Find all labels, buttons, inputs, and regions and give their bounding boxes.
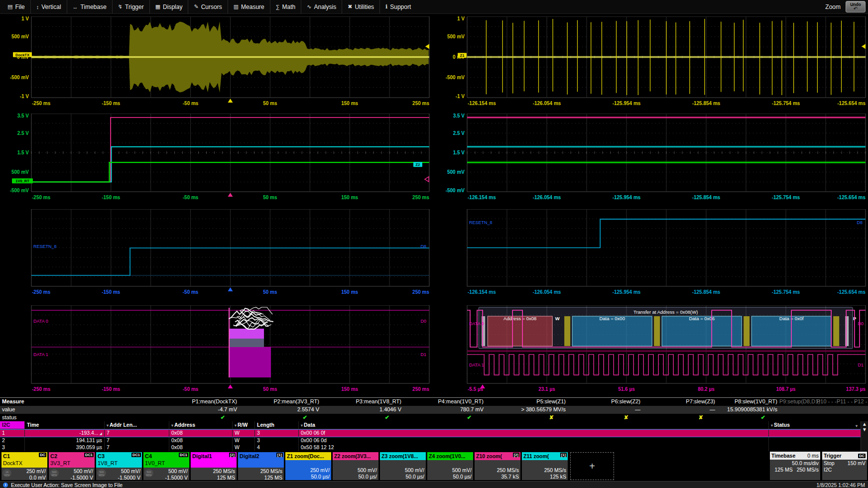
i2c-col-Length[interactable]: Length xyxy=(255,421,299,429)
descriptor-Z1[interactable]: Z1 zoom(Doc...250 mV/50.0 µs/ xyxy=(285,452,332,480)
svg-text:51.6 µs: 51.6 µs xyxy=(618,386,635,392)
measure-col-label-P1[interactable]: P1:mean(DockTX) xyxy=(35,398,239,405)
svg-text:-126.054 ms: -126.054 ms xyxy=(533,195,561,200)
menu-bar: ▤File↕Vertical↔Timebase↯Trigger▦Display✎… xyxy=(0,0,868,14)
i2c-cell: -193.4... ◢ xyxy=(25,430,105,437)
svg-text:D8: D8 xyxy=(857,220,863,225)
measure-col-label-P3[interactable]: P3:mean(1V8_RT) xyxy=(321,398,403,405)
bandwidth-icon: 500MHz xyxy=(144,469,153,477)
i2c-cell: 0x08 xyxy=(169,430,233,437)
i2c-bus-tab[interactable]: I2C xyxy=(0,421,25,429)
menu-label: Trigger xyxy=(125,3,144,10)
i2c-cell xyxy=(769,444,861,451)
measure-col-label-P4[interactable]: P4:mean(1V0_RT) xyxy=(403,398,486,405)
menu-trigger[interactable]: ↯Trigger xyxy=(112,0,149,13)
timebase-box[interactable]: Timebase0 ms50.0 ms/div125 MS250 MS/s xyxy=(770,452,820,480)
i2c-col-Addr Len...[interactable]: ▾Addr Len... xyxy=(105,421,169,429)
menu-items: ▤File↕Vertical↔Timebase↯Trigger▦Display✎… xyxy=(2,0,416,13)
svg-text:W: W xyxy=(555,316,560,321)
descriptor-value: 500 mV/ xyxy=(380,467,424,474)
i2c-row[interactable]: 3390.059 µs70x08W40x50 58 12 12 xyxy=(0,444,868,451)
cursors-icon: ✎ xyxy=(194,3,198,10)
panel-row4-zoom[interactable]: -5.5 µs23.1 µs51.6 µs80.2 µs108.7 µs137.… xyxy=(467,305,866,392)
zoom-label[interactable]: Zoom xyxy=(825,3,841,10)
descriptor-Z3[interactable]: Z3 zoom(1V8...500 mV/50.0 µs/ xyxy=(379,452,426,480)
panel-row2-main[interactable]: 3.5 V2.5 V1.5 V500 mV-500 mV-250 ms-150 … xyxy=(10,114,430,200)
i2c-col-Status[interactable]: ▾Status▾ xyxy=(769,421,861,429)
descriptor-Z11[interactable]: Z11 zoom([1]250 MS/s125 kS xyxy=(521,452,568,480)
descriptor-Digital1[interactable]: Digital1[2]250 MS/s125 MS xyxy=(190,452,237,480)
i2c-col-Address[interactable]: ▾Address xyxy=(169,421,233,429)
svg-text:-125.754 ms: -125.754 ms xyxy=(772,101,800,106)
i2c-cell: 1 xyxy=(0,430,25,437)
svg-text:-500 mV: -500 mV xyxy=(446,188,465,193)
coupling-badge: DC1 xyxy=(84,453,94,457)
waveform-grid-area[interactable]: 1 V500 mV0 mV-500 mV-1 V-250 ms-150 ms-5… xyxy=(0,14,868,397)
utilities-icon: ✖ xyxy=(348,3,352,10)
scope-row-1[interactable]: 1 V500 mV0 mV-500 mV-1 V-250 ms-150 ms-5… xyxy=(0,16,868,109)
panel-row4-main[interactable]: -250 ms-150 ms-50 ms50 ms150 ms250 msDAT… xyxy=(31,305,429,392)
panel-row1-main[interactable]: 1 V500 mV0 mV-500 mV-1 V-250 ms-150 ms-5… xyxy=(10,16,430,106)
i2c-col-Time[interactable]: Time xyxy=(25,421,105,429)
menu-label: File xyxy=(15,3,24,10)
i2c-row[interactable]: 1-193.4... ◢70x08W30x00 06 0f xyxy=(0,429,868,437)
i2c-cell: 3 xyxy=(255,437,299,444)
i2c-col-R/W[interactable]: ▾R/W xyxy=(233,421,255,429)
measure-col-label-P8[interactable]: P8:slew(1V0_RT) xyxy=(717,398,779,405)
add-trace-button[interactable]: + xyxy=(570,452,614,480)
menu-display[interactable]: ▦Display xyxy=(149,0,188,13)
descriptor-Z2[interactable]: Z2 zoom(3V3...500 mV/50.0 µs/ xyxy=(332,452,379,480)
descriptor-Digital2[interactable]: Digital2[1]250 MS/s125 MS xyxy=(238,452,284,480)
measure-col-label-P6[interactable]: P6:slew(Z2) xyxy=(568,398,642,405)
panel-row1-zoom[interactable]: 1 V500 mV0 mV-500 mV-1 V-126.154 ms-126.… xyxy=(446,16,866,106)
measure-col-label-P10[interactable]: P10 - - - xyxy=(817,398,837,405)
menu-vertical[interactable]: ↕Vertical xyxy=(30,0,67,13)
svg-text:2.5 V: 2.5 V xyxy=(17,130,29,136)
i2c-col-Data[interactable]: ▾Data xyxy=(299,421,769,429)
descriptor-C3[interactable]: C31V8_RTDC1500MHz500 mV/-1.5000 V xyxy=(96,452,142,480)
descriptor-value: 250 MS/s xyxy=(191,468,235,475)
table-scrollbar[interactable]: ▲▼ xyxy=(861,421,868,451)
panel-row2-zoom[interactable]: 3.5 V2.5 V1.5 V500 mV-500 mV-126.154 ms-… xyxy=(413,114,866,200)
scope-row-2[interactable]: 3.5 V2.5 V1.5 V500 mV-500 mV-250 ms-150 … xyxy=(0,114,868,203)
scroll-up-icon[interactable]: ▲ xyxy=(861,421,868,427)
svg-text:Address = 0x08: Address = 0x08 xyxy=(503,316,536,321)
descriptor-C1[interactable]: C1DockTXDC16GHz250 mV/0.0 mV xyxy=(1,452,48,480)
svg-text:-250 ms: -250 ms xyxy=(32,195,51,200)
measure-col-label-P5[interactable]: P5:slew(Z1) xyxy=(486,398,568,405)
trigger-box[interactable]: TriggerDCStop150 mVI2C xyxy=(822,452,867,480)
measure-col-label-P7[interactable]: P7:slew(Z3) xyxy=(642,398,717,405)
descriptor-Z4[interactable]: Z4 zoom(1V0...500 mV/50.0 µs/ xyxy=(427,452,474,480)
descriptor-label: DockTX xyxy=(3,460,46,467)
scope-row-3[interactable]: -250 ms-150 ms-50 ms50 ms150 ms250 msRES… xyxy=(0,209,868,297)
menu-label: Vertical xyxy=(41,3,61,10)
menu-label: Display xyxy=(163,3,182,10)
coupling-badge: DC xyxy=(39,453,46,457)
panel-row3-main[interactable]: -250 ms-150 ms-50 ms50 ms150 ms250 msRES… xyxy=(31,209,429,295)
menu-support[interactable]: ℹSupport xyxy=(379,0,416,13)
svg-text:-126.054 ms: -126.054 ms xyxy=(533,289,561,295)
menu-utilities[interactable]: ✖Utilities xyxy=(342,0,379,13)
i2c-decode-table: I2CTime▾Addr Len...▾Address▾R/WLength▾Da… xyxy=(0,421,868,452)
menu-math[interactable]: ∑Math xyxy=(270,0,301,13)
descriptor-C2[interactable]: C23V3_RTDC1500MHz500 mV/-1.5000 V xyxy=(48,452,95,480)
measure-col-label-P9[interactable]: P9:setup(D8,D1) xyxy=(779,398,817,405)
measure-col-label-P11[interactable]: P11 - - - xyxy=(837,398,854,405)
svg-text:Z2: Z2 xyxy=(416,162,420,167)
scroll-down-icon[interactable]: ▼ xyxy=(861,427,868,432)
undo-button[interactable]: Undo ↶ xyxy=(846,1,866,12)
scope-row-4[interactable]: -250 ms-150 ms-50 ms50 ms150 ms250 msDAT… xyxy=(0,305,868,394)
svg-text:137.3 µs: 137.3 µs xyxy=(846,386,866,392)
descriptor-Z10[interactable]: Z10 zoom([2]250 MS/s35.7 kS xyxy=(474,452,521,480)
menu-timebase[interactable]: ↔Timebase xyxy=(67,0,112,13)
panel-row3-zoom[interactable]: -126.154 ms-126.054 ms-125.954 ms-125.85… xyxy=(467,209,866,295)
i2c-row[interactable]: 2194.131 µs70x08W30x00 06 0d xyxy=(0,437,868,444)
menu-file[interactable]: ▤File xyxy=(2,0,30,13)
descriptor-C4[interactable]: C41V0_RTDC1500MHz500 mV/-1.5000 V xyxy=(143,452,190,480)
menu-cursors[interactable]: ✎Cursors xyxy=(188,0,227,13)
measure-col-label-P2[interactable]: P2:mean(3V3_RT) xyxy=(239,398,321,405)
descriptor-value: 50.0 µs/ xyxy=(380,474,424,480)
menu-analysis[interactable]: ∿Analysis xyxy=(301,0,342,13)
menu-measure[interactable]: ▥Measure xyxy=(228,0,270,13)
measure-col-label-P12[interactable]: P12 - - - xyxy=(854,398,868,405)
